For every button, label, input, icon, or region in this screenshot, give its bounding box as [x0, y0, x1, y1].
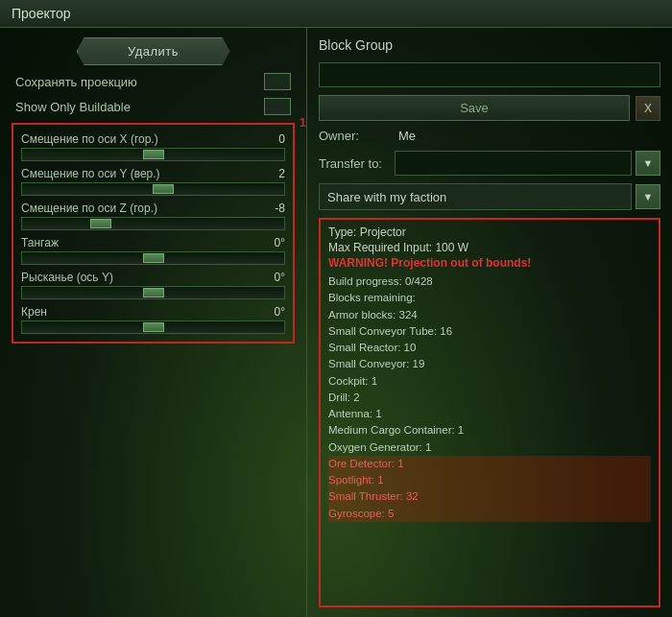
save-projection-label: Сохранять проекцию — [15, 75, 137, 89]
slider-pitch-track[interactable] — [21, 251, 285, 265]
info-item-10: Oxygen Generator: 1 — [328, 439, 651, 456]
info-item-3: Small Conveyor Tube: 16 — [328, 323, 651, 340]
info-item-9: Medium Cargo Container: 1 — [328, 422, 651, 439]
info-item-6: Cockpit: 1 — [328, 373, 651, 390]
slider-pitch: Тангаж 0° — [21, 236, 285, 265]
share-dropdown-arrow[interactable]: ▼ — [636, 184, 660, 209]
info-item-13: Small Thruster: 32 — [328, 488, 651, 505]
right-panel: Block Group Save X Owner: Me Transfer to… — [307, 28, 672, 617]
slider-x-track[interactable] — [21, 148, 285, 161]
slider-x-header: Смещение по оси X (гор.) 0 — [21, 132, 285, 146]
slider-yaw-header: Рысканье (ось Y) 0° — [21, 271, 285, 284]
info-item-7: Drill: 2 — [328, 390, 651, 406]
slider-y-value: 2 — [261, 167, 285, 180]
delete-button[interactable]: Удалить — [77, 37, 230, 65]
show-buildable-row: Show Only Buildable — [12, 98, 295, 115]
slider-x-thumb[interactable] — [143, 150, 164, 159]
title-bar: Проектор — [0, 0, 672, 28]
info-type: Type: Projector — [328, 225, 651, 239]
transfer-label: Transfer to: — [319, 156, 391, 171]
slider-z-value: -8 — [261, 202, 285, 215]
info-item-11: Ore Detector: 1 — [328, 456, 651, 472]
sliders-section: 1 Смещение по оси X (гор.) 0 Смещение по… — [12, 123, 295, 344]
info-item-12: Spotlight: 1 — [328, 472, 651, 488]
show-buildable-label: Show Only Buildable — [15, 100, 131, 114]
slider-roll-value: 0° — [261, 305, 285, 319]
info-items-list: Build progress: 0/428 Blocks remaining: … — [328, 273, 651, 522]
slider-z-label: Смещение по оси Z (гор.) — [21, 202, 157, 215]
info-power: Max Required Input: 100 W — [328, 241, 651, 254]
owner-label: Owner: — [319, 129, 391, 143]
show-buildable-toggle[interactable] — [264, 98, 291, 115]
slider-pitch-thumb[interactable] — [143, 253, 164, 263]
slider-z-track[interactable] — [21, 217, 285, 230]
close-button[interactable]: X — [636, 96, 660, 121]
slider-z-header: Смещение по оси Z (гор.) -8 — [21, 202, 285, 215]
slider-yaw-track[interactable] — [21, 286, 285, 299]
slider-roll: Крен 0° — [21, 305, 285, 334]
info-item-4: Small Reactor: 10 — [328, 340, 651, 356]
info-item-2: Armor blocks: 324 — [328, 307, 651, 323]
save-projection-toggle[interactable] — [264, 73, 291, 90]
slider-yaw-label: Рысканье (ось Y) — [21, 271, 113, 284]
slider-z-thumb[interactable] — [90, 219, 111, 228]
slider-roll-thumb[interactable] — [143, 322, 164, 332]
slider-z: Смещение по оси Z (гор.) -8 — [21, 202, 285, 230]
slider-roll-track[interactable] — [21, 320, 285, 334]
slider-yaw-value: 0° — [261, 271, 285, 284]
slider-y-label: Смещение по оси Y (вер.) — [21, 167, 160, 180]
slider-pitch-label: Тангаж — [21, 236, 59, 249]
slider-y: Смещение по оси Y (вер.) 2 — [21, 167, 285, 196]
slider-yaw-thumb[interactable] — [143, 288, 164, 297]
info-item-0: Build progress: 0/428 — [328, 273, 651, 290]
save-button[interactable]: Save — [319, 95, 630, 121]
transfer-dropdown[interactable] — [395, 151, 632, 176]
slider-x: Смещение по оси X (гор.) 0 — [21, 132, 285, 161]
block-group-input[interactable] — [319, 62, 660, 87]
slider-pitch-value: 0° — [261, 236, 285, 249]
owner-row: Owner: Me — [319, 129, 660, 143]
section1-number: 1 — [300, 115, 306, 130]
owner-value: Me — [398, 129, 416, 143]
info-section: 2 3 Type: Projector Max Required Input: … — [319, 218, 660, 607]
info-warning: WARNING! Projection out of bounds! — [328, 256, 651, 270]
slider-y-track[interactable] — [21, 182, 285, 196]
content-area: Удалить Сохранять проекцию Show Only Bui… — [0, 28, 672, 617]
slider-yaw: Рысканье (ось Y) 0° — [21, 271, 285, 299]
info-item-1: Blocks remaining: — [328, 290, 651, 306]
left-panel: Удалить Сохранять проекцию Show Only Bui… — [0, 28, 307, 617]
share-row: Share with my faction ▼ — [319, 183, 660, 210]
main-container: Проектор Удалить Сохранять проекцию Show… — [0, 0, 672, 617]
info-item-14: Gyroscope: 5 — [328, 506, 651, 522]
save-projection-row: Сохранять проекцию — [12, 73, 295, 90]
slider-x-value: 0 — [261, 132, 285, 146]
transfer-dropdown-arrow[interactable]: ▼ — [636, 151, 660, 176]
slider-x-label: Смещение по оси X (гор.) — [21, 132, 158, 146]
transfer-row: Transfer to: ▼ — [319, 151, 660, 176]
info-item-5: Small Conveyor: 19 — [328, 356, 651, 372]
slider-roll-header: Крен 0° — [21, 305, 285, 319]
slider-y-header: Смещение по оси Y (вер.) 2 — [21, 167, 285, 180]
save-row: Save X — [319, 95, 660, 121]
share-label: Share with my faction — [327, 190, 446, 204]
slider-roll-label: Крен — [21, 305, 47, 319]
share-dropdown[interactable]: Share with my faction — [319, 183, 632, 210]
info-item-8: Antenna: 1 — [328, 406, 651, 422]
slider-y-thumb[interactable] — [153, 184, 174, 194]
block-group-label: Block Group — [319, 37, 660, 53]
window-title: Проектор — [12, 6, 71, 21]
slider-pitch-header: Тангаж 0° — [21, 236, 285, 249]
